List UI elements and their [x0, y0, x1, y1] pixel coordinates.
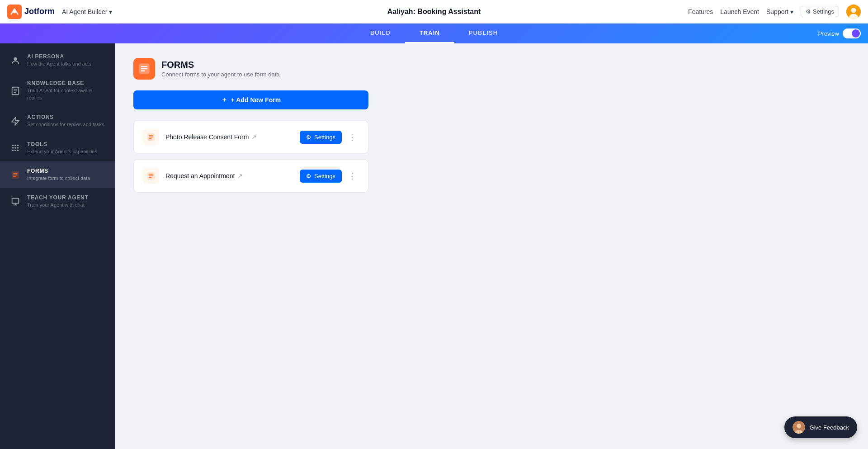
settings-button[interactable]: ⚙ Settings — [801, 6, 839, 17]
ai-persona-subtitle: How the Agent talks and acts — [27, 61, 91, 67]
forms-content-title: FORMS — [161, 60, 280, 70]
gear-icon: ⚙ — [306, 173, 311, 180]
form-more-button-2[interactable]: ⋮ — [345, 169, 359, 183]
nav-right: Features Launch Event Support ▾ ⚙ Settin… — [688, 5, 861, 19]
actions-subtitle: Set conditions for replies and tasks — [27, 121, 104, 128]
tab-build[interactable]: BUILD — [356, 24, 405, 43]
form-name-2: Request an Appointment ↗ — [165, 172, 300, 180]
user-avatar[interactable] — [846, 5, 861, 19]
actions-icon — [9, 115, 22, 128]
svg-point-13 — [12, 147, 14, 149]
agent-builder-button[interactable]: AI Agent Builder ▾ — [58, 6, 116, 17]
sidebar-item-ai-persona[interactable]: AI PERSONA How the Agent talks and acts — [0, 47, 115, 74]
support-button[interactable]: Support ▾ — [766, 8, 793, 15]
sidebar-item-tools[interactable]: TOOLS Extend your Agent's capabilities — [0, 135, 115, 161]
svg-point-5 — [14, 57, 17, 60]
external-link-icon-1[interactable]: ↗ — [251, 133, 257, 141]
logo-text: Jotform — [24, 7, 55, 16]
form-card-icon-2 — [143, 168, 159, 184]
jotform-logo[interactable]: Jotform — [7, 5, 55, 19]
nav-left: Jotform AI Agent Builder ▾ — [7, 5, 116, 19]
sidebar-item-actions[interactable]: ACTIONS Set conditions for replies and t… — [0, 108, 115, 134]
plus-icon: ＋ — [221, 96, 227, 104]
tab-bar: BUILD TRAIN PUBLISH Preview — [0, 24, 868, 43]
give-feedback-button[interactable]: Give Feedback — [784, 416, 857, 438]
teach-agent-subtitle: Train your Agent with chat — [27, 202, 89, 208]
svg-point-12 — [17, 145, 19, 147]
tools-title: TOOLS — [27, 141, 97, 147]
tab-train[interactable]: TRAIN — [405, 24, 454, 43]
svg-point-16 — [12, 150, 14, 151]
preview-toggle: Preview — [818, 28, 861, 38]
actions-title: ACTIONS — [27, 114, 104, 120]
knowledge-base-subtitle: Train Agent for context aware replies — [27, 87, 106, 101]
form-card-2: Request an Appointment ↗ ⚙ Settings ⋮ — [133, 159, 368, 193]
tools-icon — [9, 142, 22, 154]
form-settings-button-2[interactable]: ⚙ Settings — [300, 170, 342, 183]
preview-switch[interactable] — [843, 28, 861, 38]
chevron-down-icon: ▾ — [109, 8, 112, 15]
forms-header: FORMS Connect forms to your agent to use… — [133, 58, 850, 80]
form-name-1: Photo Release Consent Form ↗ — [165, 133, 300, 141]
svg-point-17 — [14, 150, 16, 151]
knowledge-base-icon — [9, 85, 22, 97]
top-nav: Jotform AI Agent Builder ▾ Aaliyah: Book… — [0, 0, 868, 24]
launch-event-link[interactable]: Launch Event — [720, 8, 759, 15]
svg-point-36 — [797, 424, 801, 428]
main-layout: AI PERSONA How the Agent talks and acts … — [0, 43, 868, 449]
forms-icon — [9, 169, 22, 181]
svg-point-18 — [17, 150, 19, 151]
svg-point-3 — [851, 8, 856, 13]
knowledge-base-title: KNOWLEDGE BASE — [27, 80, 106, 86]
svg-point-15 — [17, 147, 19, 149]
features-link[interactable]: Features — [688, 8, 713, 15]
form-more-button-1[interactable]: ⋮ — [345, 130, 359, 144]
forms-title: FORMS — [27, 168, 90, 174]
form-card-1: Photo Release Consent Form ↗ ⚙ Settings … — [133, 120, 368, 154]
add-new-form-button[interactable]: ＋ + Add New Form — [133, 90, 368, 109]
tools-subtitle: Extend your Agent's capabilities — [27, 148, 97, 155]
form-card-icon-1 — [143, 129, 159, 145]
content-area: FORMS Connect forms to your agent to use… — [115, 43, 868, 449]
forms-subtitle: Integrate form to collect data — [27, 175, 90, 182]
gear-icon: ⚙ — [806, 8, 811, 15]
teach-agent-title: TEACH YOUR AGENT — [27, 194, 89, 201]
forms-content-subtitle: Connect forms to your agent to use form … — [161, 71, 280, 78]
sidebar-item-knowledge-base[interactable]: KNOWLEDGE BASE Train Agent for context a… — [0, 74, 115, 108]
sidebar-item-forms[interactable]: FORMS Integrate form to collect data — [0, 161, 115, 188]
svg-point-14 — [14, 147, 16, 149]
teach-agent-icon — [9, 195, 22, 208]
chevron-down-icon: ▾ — [790, 8, 793, 15]
svg-point-1 — [13, 10, 16, 13]
gear-icon: ⚙ — [306, 134, 311, 141]
tab-publish[interactable]: PUBLISH — [454, 24, 512, 43]
feedback-avatar — [793, 421, 805, 434]
svg-point-10 — [12, 145, 14, 147]
forms-header-icon — [133, 58, 155, 80]
ai-persona-title: AI PERSONA — [27, 53, 91, 60]
svg-point-11 — [14, 145, 16, 147]
ai-persona-icon — [9, 54, 22, 67]
sidebar-item-teach-your-agent[interactable]: TEACH YOUR AGENT Train your Agent with c… — [0, 188, 115, 215]
form-settings-button-1[interactable]: ⚙ Settings — [300, 131, 342, 144]
page-title: Aaliyah: Booking Assistant — [387, 8, 481, 16]
external-link-icon-2[interactable]: ↗ — [237, 172, 243, 180]
sidebar: AI PERSONA How the Agent talks and acts … — [0, 43, 115, 449]
